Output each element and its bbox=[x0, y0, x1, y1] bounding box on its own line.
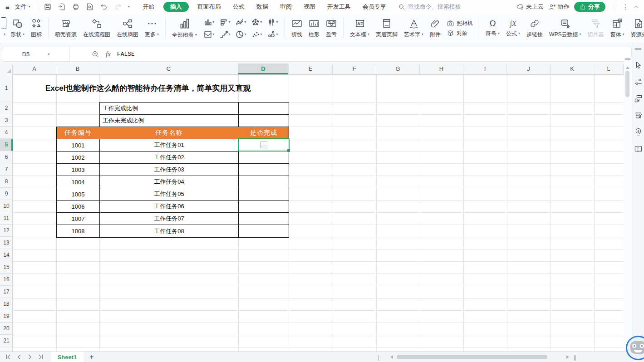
formula-value[interactable]: FALSE bbox=[117, 51, 135, 58]
combo-chart-button[interactable]: ▾ bbox=[217, 30, 233, 39]
prev-sheet-icon[interactable] bbox=[15, 353, 23, 361]
pie-chart-button[interactable]: ▾ bbox=[233, 30, 249, 39]
sparkline-winloss-button[interactable]: 盈亏 bbox=[323, 18, 340, 39]
row-header-15[interactable]: 15 bbox=[0, 261, 13, 274]
sparkline-column-button[interactable]: 柱形 bbox=[305, 18, 323, 39]
name-box-caret-icon[interactable]: ▾ bbox=[48, 53, 49, 56]
task-header-cell[interactable]: 是否完成 bbox=[239, 127, 289, 139]
menu-tab-插入[interactable]: 插入 bbox=[163, 2, 189, 12]
print-preview-icon[interactable] bbox=[86, 3, 94, 11]
undo-icon[interactable] bbox=[100, 3, 108, 11]
scatter-chart-button[interactable]: ▾ bbox=[249, 30, 265, 39]
task-header-cell[interactable]: 任务名称 bbox=[100, 127, 239, 139]
clipped-ribbon-item[interactable]: ▾ bbox=[0, 16, 7, 40]
expand-formula-bar-icon[interactable] bbox=[635, 47, 641, 51]
row-header-13[interactable]: 13 bbox=[0, 237, 13, 249]
shapes-button[interactable]: 形状▾ bbox=[7, 18, 28, 39]
column-header-J[interactable]: J bbox=[507, 64, 551, 74]
symbol-button[interactable]: Ω 符号▾ bbox=[482, 19, 503, 38]
docer-sidebar-icon[interactable] bbox=[634, 111, 643, 120]
horizontal-split-handle[interactable] bbox=[378, 354, 381, 360]
task-done-cell[interactable] bbox=[239, 152, 289, 163]
column-header-F[interactable]: F bbox=[333, 64, 376, 74]
row-header-1[interactable]: 1 bbox=[0, 74, 13, 102]
row-header-8[interactable]: 8 bbox=[0, 176, 13, 188]
all-charts-button[interactable]: 全部图表▾ bbox=[169, 18, 200, 39]
header-footer-button[interactable]: 页眉页脚 bbox=[373, 18, 401, 39]
menu-tab-开始[interactable]: 开始 bbox=[137, 0, 161, 14]
row-header-9[interactable]: 9 bbox=[0, 188, 13, 200]
online-mindmap-button[interactable]: 在线脑图 bbox=[113, 18, 142, 39]
stock-chart-button[interactable]: ▾ bbox=[265, 18, 280, 26]
online-flowchart-button[interactable]: 在线流程图 bbox=[80, 18, 113, 39]
collapse-ribbon-icon[interactable] bbox=[633, 4, 639, 10]
task-name-cell[interactable]: 工作任务08 bbox=[100, 225, 239, 237]
sheet-tab-active[interactable]: Sheet1 bbox=[51, 352, 84, 362]
first-sheet-icon[interactable] bbox=[5, 353, 12, 361]
column-header-A[interactable]: A bbox=[13, 64, 56, 74]
column-header-I[interactable]: I bbox=[463, 64, 507, 74]
horizontal-split-handle-right[interactable] bbox=[574, 354, 576, 360]
row-header-2[interactable]: 2 bbox=[0, 102, 13, 114]
row-header-10[interactable]: 10 bbox=[0, 200, 13, 212]
task-id-cell[interactable]: 1001 bbox=[57, 139, 100, 151]
row-header-16[interactable]: 16 bbox=[0, 274, 13, 286]
task-id-cell[interactable]: 1006 bbox=[57, 201, 100, 212]
task-header-cell[interactable]: 任务编号 bbox=[57, 127, 100, 139]
attachment-button[interactable]: 附件 bbox=[427, 18, 444, 39]
print-icon[interactable] bbox=[72, 3, 80, 11]
next-sheet-icon[interactable] bbox=[26, 353, 34, 361]
more-options-icon[interactable]: ⋮ bbox=[622, 3, 629, 10]
toolbar-more-icon[interactable]: ▾ bbox=[128, 5, 130, 9]
command-search[interactable]: 查找命令、搜索模板 bbox=[398, 3, 461, 11]
smart-tips-icon[interactable] bbox=[634, 128, 643, 137]
task-id-cell[interactable]: 1003 bbox=[57, 164, 100, 176]
scroll-up-arrow[interactable] bbox=[626, 64, 629, 69]
column-header-E[interactable]: E bbox=[289, 64, 333, 74]
column-header-G[interactable]: G bbox=[376, 64, 420, 74]
task-name-cell[interactable]: 工作任务03 bbox=[100, 164, 239, 176]
wps-cloud-data-button[interactable]: WPS云数据▾ bbox=[546, 18, 584, 39]
task-id-cell[interactable]: 1008 bbox=[57, 225, 100, 237]
checkbox-unchecked[interactable] bbox=[261, 142, 267, 148]
task-done-cell[interactable] bbox=[239, 164, 289, 176]
last-sheet-icon[interactable] bbox=[37, 353, 44, 361]
task-done-cell[interactable] bbox=[239, 213, 289, 225]
stat-incomplete-value[interactable] bbox=[239, 115, 289, 127]
stat-row-incomplete[interactable]: 工作未完成比例 bbox=[99, 114, 289, 127]
equation-button[interactable]: ∫X 公式▾ bbox=[503, 19, 523, 38]
spreadsheet-grid[interactable]: ABCDEFGHIJKL 123456789101112131415161718… bbox=[0, 64, 624, 351]
wordart-button[interactable]: 艺术字▾ bbox=[401, 18, 427, 39]
more-insert-button[interactable]: 更多▾ bbox=[142, 18, 162, 39]
resource-folder-button[interactable]: 资源夹 bbox=[627, 18, 644, 39]
column-header-L[interactable]: L bbox=[594, 64, 624, 74]
column-chart-button[interactable]: ▾ bbox=[201, 18, 217, 26]
collaborate-button[interactable]: 协作 bbox=[548, 3, 570, 11]
add-sheet-button[interactable]: + bbox=[87, 352, 96, 362]
sparkline-line-button[interactable]: 折线 bbox=[288, 18, 305, 39]
camera-button[interactable]: 照相机 bbox=[447, 20, 473, 27]
task-done-cell[interactable] bbox=[239, 201, 289, 212]
vertical-split-handle[interactable] bbox=[624, 58, 632, 60]
menu-tab-会员专享[interactable]: 会员专享 bbox=[357, 0, 392, 14]
textbox-button[interactable]: 文本框▾ bbox=[347, 18, 373, 39]
radar-chart-button[interactable]: ▾ bbox=[249, 18, 265, 26]
process-on-icon[interactable] bbox=[634, 94, 643, 103]
stat-row-complete[interactable]: 工作完成比例 bbox=[99, 102, 289, 115]
row-header-19[interactable]: 19 bbox=[0, 310, 13, 323]
row-header-3[interactable]: 3 bbox=[0, 114, 13, 127]
docer-resources-button[interactable]: 稻壳资源 bbox=[52, 18, 80, 39]
menu-tab-视图[interactable]: 视图 bbox=[298, 0, 321, 14]
vertical-scroll-thumb[interactable] bbox=[625, 71, 629, 97]
row-header-5[interactable]: 5 bbox=[0, 139, 13, 151]
line-chart-button[interactable]: ▾ bbox=[233, 18, 249, 26]
selected-cell-D5[interactable] bbox=[238, 138, 290, 152]
menu-tab-审阅[interactable]: 审阅 bbox=[274, 0, 298, 14]
task-done-cell[interactable] bbox=[239, 225, 289, 237]
share-button[interactable]: 分享 bbox=[574, 2, 605, 12]
redo-icon[interactable] bbox=[114, 3, 122, 11]
task-name-cell[interactable]: 工作任务06 bbox=[100, 201, 239, 212]
column-header-H[interactable]: H bbox=[420, 64, 463, 74]
task-done-cell[interactable] bbox=[239, 188, 289, 200]
menu-tab-页面布局[interactable]: 页面布局 bbox=[192, 0, 227, 14]
